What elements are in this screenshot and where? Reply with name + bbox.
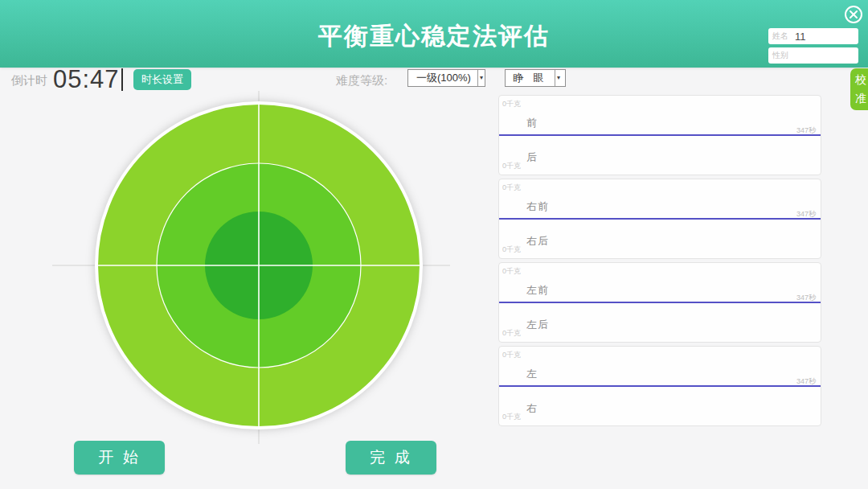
balance-assessment-app: 平衡重心稳定法评估 姓名 11 性别 倒计时 05:47 时长设置 难度等级: … — [0, 0, 868, 489]
direction-label-left-back: 左后 — [526, 318, 549, 332]
balance-target-chart — [44, 83, 454, 449]
direction-label-right-front: 右前 — [526, 199, 549, 214]
weight-unit-label: 0千克 — [502, 161, 521, 171]
patient-name-input[interactable]: 姓名 11 — [768, 28, 858, 44]
patient-gender-input[interactable]: 性别 — [768, 47, 858, 64]
weight-unit-label: 0千克 — [502, 99, 521, 109]
weight-unit-label: 0千克 — [502, 183, 521, 193]
calibrate-button[interactable]: 校准 — [850, 68, 868, 110]
direction-label-right: 右 — [526, 401, 538, 416]
panel-leftfront-leftback: 0千克 左前 347秒 左后 0千克 — [498, 262, 821, 343]
patient-name-value: 11 — [795, 31, 806, 43]
chevron-down-icon: ▾ — [555, 70, 565, 86]
baseline — [499, 302, 821, 303]
weight-unit-label: 0千克 — [502, 266, 521, 277]
direction-label-left-front: 左前 — [526, 283, 549, 298]
start-button[interactable]: 开 始 — [74, 441, 165, 475]
baseline — [499, 218, 821, 220]
baseline — [499, 385, 821, 387]
patient-gender-placeholder: 性别 — [772, 50, 788, 61]
direction-label-back: 后 — [526, 150, 538, 165]
weight-unit-label: 0千克 — [502, 244, 521, 255]
finish-button[interactable]: 完 成 — [346, 441, 436, 475]
weight-unit-label: 0千克 — [502, 412, 521, 422]
direction-label-right-back: 右后 — [526, 234, 549, 249]
chevron-down-icon: ▾ — [477, 70, 485, 86]
panel-front-back: 0千克 前 347秒 后 0千克 — [498, 95, 821, 175]
direction-label-left: 左 — [526, 367, 538, 381]
baseline — [499, 134, 821, 136]
page-title: 平衡重心稳定法评估 — [0, 20, 868, 53]
header: 平衡重心稳定法评估 姓名 11 性别 — [0, 0, 868, 68]
panel-left-right: 0千克 左 347秒 右 0千克 — [498, 346, 821, 426]
close-icon[interactable] — [843, 4, 864, 25]
direction-panels: 0千克 前 347秒 后 0千克 0千克 右前 347秒 右后 0千克 0千克 … — [498, 95, 821, 429]
eye-mode-select[interactable]: 睁 眼 ▾ — [505, 69, 566, 87]
direction-label-front: 前 — [526, 116, 538, 130]
weight-unit-label: 0千克 — [502, 328, 521, 339]
patient-name-label: 姓名 — [772, 31, 788, 42]
weight-unit-label: 0千克 — [502, 350, 521, 360]
eye-mode-selected-value: 睁 眼 — [506, 71, 555, 85]
panel-rightfront-rightback: 0千克 右前 347秒 右后 0千克 — [498, 179, 821, 259]
countdown-label: 倒计时 — [11, 73, 47, 88]
